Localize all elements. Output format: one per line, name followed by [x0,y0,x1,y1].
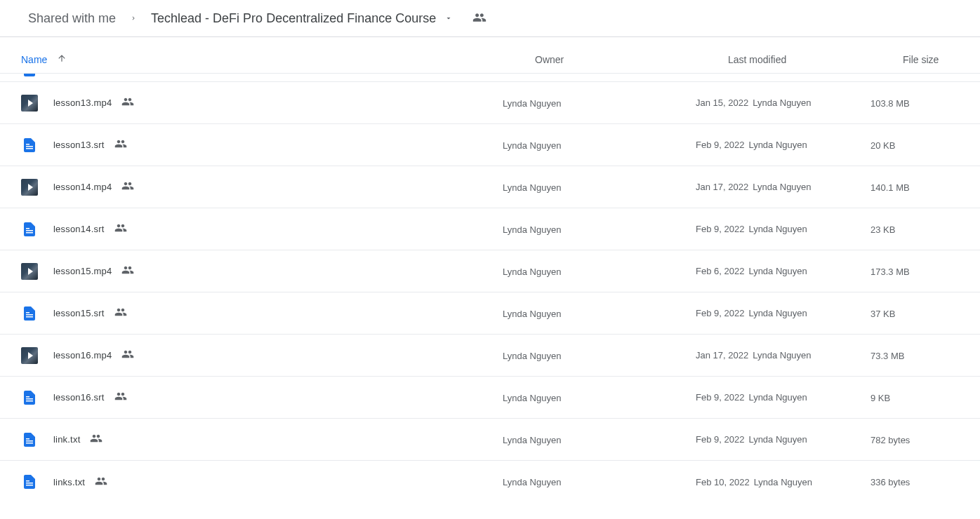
modified-cell: Jan 15, 2022 Lynda Nguyen [696,97,870,108]
table-row[interactable]: lesson16.srt Lynda Nguyen Feb 9, 2022 Ly… [0,377,980,419]
size-label: 336 bytes [870,477,910,487]
file-name-label: links.txt [53,477,85,487]
modified-cell: Jan 17, 2022 Lynda Nguyen [696,182,870,192]
file-name-label: lesson14.srt [53,224,105,234]
file-name-cell: lesson13.srt [21,137,503,154]
modified-date-label: Feb 9, 2022 [696,224,744,234]
breadcrumb-parent[interactable]: Shared with me [22,8,121,29]
people-icon [114,137,127,152]
people-icon [121,180,134,194]
file-name-cell: lesson12.srt [21,74,503,78]
size-label: 103.8 MB [870,98,910,109]
size-cell: 9 KB [870,392,967,403]
modified-by-label: Lynda Nguyen [753,350,811,360]
modified-by-label: Lynda Nguyen [748,266,807,276]
size-cell: 37 KB [870,308,967,319]
modified-by-label: Lynda Nguyen [748,224,807,234]
size-cell: 23 KB [870,224,967,235]
modified-date-label: Feb 9, 2022 [696,308,744,318]
table-row[interactable]: lesson15.srt Lynda Nguyen Feb 9, 2022 Ly… [0,292,980,335]
document-file-icon [21,305,38,322]
file-name-label: lesson15.srt [53,308,105,318]
modified-by-label: Lynda Nguyen [753,182,811,192]
owner-label: Lynda Nguyen [503,267,561,277]
table-row[interactable]: lesson15.mp4 Lynda Nguyen Feb 6, 2022 Ly… [0,250,980,292]
table-row[interactable]: lesson13.mp4 Lynda Nguyen Jan 15, 2022 L… [0,82,980,124]
people-icon [95,475,107,490]
arrow-up-icon[interactable] [57,53,67,65]
file-name-cell: lesson14.mp4 [21,179,503,196]
size-cell: 173.3 MB [870,266,967,277]
table-row[interactable]: link.txt Lynda Nguyen Feb 9, 2022 Lynda … [0,419,980,461]
column-headers: Name Owner Last modified File size [0,46,980,74]
breadcrumb-current-folder[interactable]: Techlead - DeFi Pro Decentralized Financ… [145,8,458,29]
size-label: 140.1 MB [870,182,910,193]
file-name-cell: links.txt [21,473,503,490]
size-cell: 140.1 MB [870,182,967,193]
owner-cell: Lynda Nguyen [503,476,696,487]
modified-by-label: Lynda Nguyen [753,97,811,108]
modified-by-label: Lynda Nguyen [748,392,807,403]
file-name-cell: link.txt [21,431,503,448]
owner-label: Lynda Nguyen [503,477,561,487]
table-row[interactable]: lesson13.srt Lynda Nguyen Feb 9, 2022 Ly… [0,124,980,166]
video-file-icon [21,95,38,112]
document-file-icon [21,221,38,238]
modified-cell: Feb 9, 2022 Lynda Nguyen [696,224,870,234]
modified-column-header[interactable]: Last modified [728,54,786,65]
document-file-icon [21,137,38,154]
modified-date-label: Feb 9, 2022 [696,434,744,445]
document-file-icon [21,473,38,490]
people-icon[interactable] [472,11,486,27]
modified-cell: Jan 17, 2022 Lynda Nguyen [696,350,870,360]
size-label: 782 bytes [870,435,910,445]
table-row[interactable]: lesson16.mp4 Lynda Nguyen Jan 17, 2022 L… [0,335,980,377]
owner-cell: Lynda Nguyen [503,308,696,319]
people-icon [121,264,134,278]
table-row[interactable]: lesson14.mp4 Lynda Nguyen Jan 17, 2022 L… [0,166,980,208]
owner-label: Lynda Nguyen [503,182,561,193]
size-cell: 73.3 MB [870,350,967,361]
size-column-header[interactable]: File size [903,54,939,65]
modified-cell: Feb 9, 2022 Lynda Nguyen [696,308,870,318]
size-label: 20 KB [870,140,895,151]
owner-label: Lynda Nguyen [503,351,561,361]
modified-by-label: Lynda Nguyen [748,434,807,445]
table-row[interactable]: lesson14.srt Lynda Nguyen Feb 9, 2022 Ly… [0,208,980,250]
modified-cell: Feb 10, 2022 Lynda Nguyen [696,477,870,487]
table-row[interactable]: links.txt Lynda Nguyen Feb 10, 2022 Lynd… [0,461,980,503]
file-name-cell: lesson14.srt [21,221,503,238]
owner-label: Lynda Nguyen [503,393,561,403]
owner-column-header[interactable]: Owner [535,54,564,65]
size-label: 23 KB [870,224,895,235]
file-name-label: lesson13.mp4 [53,97,112,108]
owner-label: Lynda Nguyen [503,224,561,235]
document-file-icon [21,389,38,406]
owner-cell: Lynda Nguyen [503,224,696,235]
document-file-icon [21,431,38,448]
people-icon [114,222,127,236]
modified-date-label: Feb 9, 2022 [696,392,744,403]
owner-cell: Lynda Nguyen [503,140,696,151]
size-cell: 782 bytes [870,434,967,445]
file-name-label: lesson16.mp4 [53,350,112,360]
modified-cell: Feb 6, 2022 Lynda Nguyen [696,266,870,276]
people-icon [121,348,134,363]
file-name-label: link.txt [53,434,80,445]
video-file-icon [21,179,38,196]
owner-cell: Lynda Nguyen [503,182,696,193]
modified-date-label: Feb 10, 2022 [696,477,750,487]
name-column-header[interactable]: Name [21,54,47,65]
chevron-right-icon [130,15,137,22]
file-name-label: lesson12.srt [53,74,105,75]
modified-by-label: Lynda Nguyen [754,477,812,487]
owner-cell: Lynda Nguyen [503,97,696,109]
file-name-cell: lesson16.srt [21,389,503,406]
file-name-label: lesson15.mp4 [53,266,112,276]
table-row[interactable]: lesson12.srt Lynda Nguyen Feb 9, 2022 Ly… [0,74,980,82]
size-label: 173.3 MB [870,267,910,277]
people-icon [114,390,127,405]
people-icon [90,432,102,447]
owner-cell: Lynda Nguyen [503,350,696,361]
video-file-icon [21,347,38,364]
